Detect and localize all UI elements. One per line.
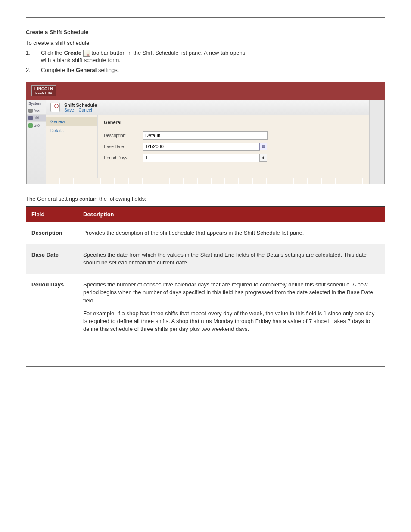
right-strip	[369, 100, 384, 184]
intro-line: To create a shift schedule:	[26, 40, 385, 46]
label-description: Description:	[104, 133, 143, 138]
left-tabs: General Details	[46, 115, 98, 178]
p2: For example, if a shop has three shifts …	[83, 310, 380, 333]
step-text: Click the Create toolbar button in the S…	[41, 50, 245, 63]
app-screenshot: LINCOLN ELECTRIC System Ass Shi Glo Shif…	[26, 82, 385, 185]
th-field: Field	[26, 206, 78, 222]
label-perioddays: Period Days:	[104, 156, 143, 160]
step-number: 1.	[26, 50, 41, 56]
step-text: Complete the General settings.	[41, 67, 119, 73]
stepper-buttons[interactable]: ▲▼	[259, 154, 267, 162]
clock-icon	[28, 116, 33, 120]
folder-icon	[28, 109, 33, 113]
app-body: System Ass Shi Glo Shift Schedule Save C…	[26, 100, 385, 184]
cell-field: Description	[26, 222, 78, 244]
main-panel: Shift Schedule Save Cancel General Detai…	[46, 100, 369, 184]
schedule-icon	[50, 103, 60, 112]
t: Shi	[34, 116, 39, 120]
t: Create	[64, 50, 81, 56]
fields-table: Field Description Description Provides t…	[26, 206, 385, 341]
t: Click the	[41, 50, 64, 56]
perioddays-input[interactable]	[143, 154, 260, 162]
t: with a blank shift schedule form.	[41, 57, 121, 63]
step-2: 2. Complete the General settings.	[26, 67, 385, 73]
calendar-icon[interactable]: ▦	[259, 143, 267, 150]
toolbar-actions: Save Cancel	[64, 108, 97, 112]
table-header-row: Field Description	[26, 206, 385, 222]
sidebar-item-shift[interactable]: Shi	[27, 115, 46, 122]
basedate-input[interactable]	[143, 143, 260, 151]
form-area: General Description: Base Date: ▦ Period…	[98, 115, 369, 178]
step-1: 1. Click the Create toolbar button in th…	[26, 50, 385, 63]
torn-edge	[46, 178, 369, 184]
sidebar: System Ass Shi Glo	[27, 100, 46, 184]
p1: Specifies the number of consecutive cale…	[83, 281, 380, 305]
panel-title: Shift Schedule	[64, 103, 97, 108]
t: System	[28, 101, 41, 106]
sidebar-item-system[interactable]: System	[27, 100, 46, 107]
row-perioddays: Period Days: ▲▼	[104, 154, 363, 162]
t: Glo	[34, 123, 40, 128]
t: toolbar button in the Shift Schedule lis…	[91, 50, 245, 56]
sidebar-item-global[interactable]: Glo	[27, 122, 46, 129]
logo-bottom: ELECTRIC	[34, 91, 53, 95]
logo: LINCOLN ELECTRIC	[31, 85, 56, 96]
cell-desc: Provides the description of the shift sc…	[78, 222, 385, 244]
sidebar-item-assets[interactable]: Ass	[27, 107, 46, 115]
cell-desc: Specifies the date from which the values…	[78, 244, 385, 274]
logo-top: LINCOLN	[34, 87, 53, 91]
toolbar: Shift Schedule Save Cancel	[46, 100, 369, 115]
t: Ass	[34, 109, 40, 113]
cell-field: Base Date	[26, 244, 78, 274]
step-number: 2.	[26, 67, 41, 73]
tab-general[interactable]: General	[46, 117, 97, 126]
content: General Details General Description: Bas…	[46, 115, 369, 178]
form-section-title: General	[104, 120, 363, 127]
bottom-rule	[26, 366, 385, 367]
table-row: Period Days Specifies the number of cons…	[26, 274, 385, 340]
row-basedate: Base Date: ▦	[104, 143, 363, 151]
table-row: Description Provides the description of …	[26, 222, 385, 244]
section-heading: Create a Shift Schedule	[26, 29, 385, 35]
table-caption: The General settings contain the followi…	[26, 196, 385, 202]
cell-desc: Specifies the number of consecutive cale…	[78, 274, 385, 340]
tab-details[interactable]: Details	[46, 126, 97, 135]
label-basedate: Base Date:	[104, 144, 143, 149]
th-description: Description	[78, 206, 385, 222]
app-header: LINCOLN ELECTRIC	[26, 82, 385, 100]
globe-icon	[28, 123, 33, 128]
description-input[interactable]	[143, 131, 268, 140]
t: Complete the	[41, 67, 76, 73]
toolbar-titles: Shift Schedule Save Cancel	[64, 103, 97, 112]
t: settings.	[97, 67, 119, 73]
row-description: Description:	[104, 131, 363, 140]
save-button[interactable]: Save	[64, 108, 74, 112]
cell-field: Period Days	[26, 274, 78, 340]
table-row: Base Date Specifies the date from which …	[26, 244, 385, 274]
cancel-button[interactable]: Cancel	[79, 108, 92, 112]
t: General	[76, 67, 97, 73]
top-rule	[26, 17, 385, 18]
create-icon	[83, 50, 90, 57]
